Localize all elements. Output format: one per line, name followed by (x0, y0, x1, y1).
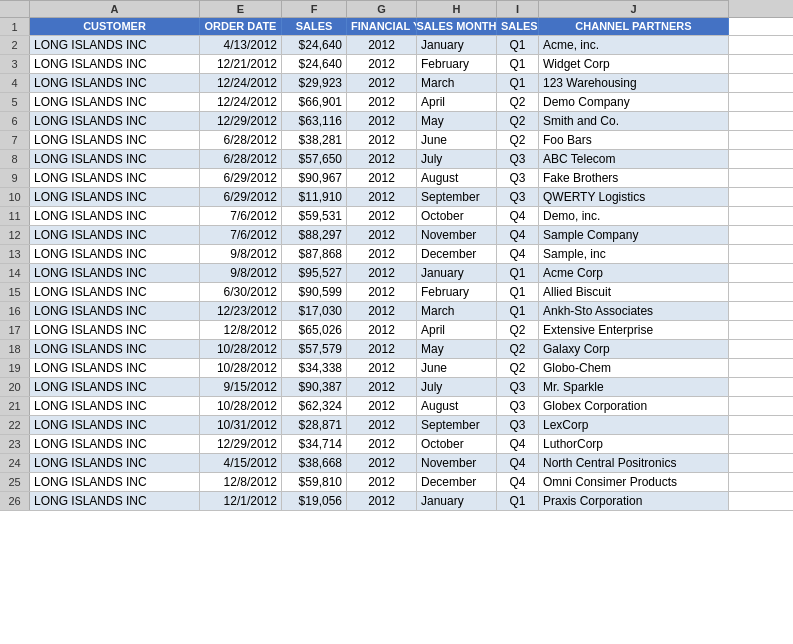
cell-sales: $87,868 (282, 245, 347, 263)
cell-sales-qtr: Q2 (497, 112, 539, 130)
row-num-19: 19 (0, 359, 30, 377)
header-sales: SALES (282, 18, 347, 35)
cell-order-date: 10/31/2012 (200, 416, 282, 434)
cell-channel-partners: Extensive Enterprise (539, 321, 729, 339)
cell-customer: LONG ISLANDS INC (30, 321, 200, 339)
cell-sales-month: March (417, 74, 497, 92)
cell-sales-month: June (417, 359, 497, 377)
cell-channel-partners: Widget Corp (539, 55, 729, 73)
cell-sales: $62,324 (282, 397, 347, 415)
cell-order-date: 9/8/2012 (200, 264, 282, 282)
cell-sales-month: April (417, 93, 497, 111)
corner-cell (0, 0, 30, 17)
cell-customer: LONG ISLANDS INC (30, 283, 200, 301)
cell-financial-year: 2012 (347, 473, 417, 491)
cell-order-date: 6/28/2012 (200, 150, 282, 168)
cell-customer: LONG ISLANDS INC (30, 454, 200, 472)
cell-sales: $66,901 (282, 93, 347, 111)
row-num-26: 26 (0, 492, 30, 510)
cell-sales-month: July (417, 378, 497, 396)
table-row: 20 LONG ISLANDS INC 9/15/2012 $90,387 20… (0, 378, 793, 397)
cell-sales-qtr: Q2 (497, 340, 539, 358)
cell-channel-partners: QWERTY Logistics (539, 188, 729, 206)
cell-channel-partners: Smith and Co. (539, 112, 729, 130)
cell-order-date: 9/8/2012 (200, 245, 282, 263)
col-letter-j: J (539, 0, 729, 17)
cell-customer: LONG ISLANDS INC (30, 340, 200, 358)
cell-sales-month: January (417, 264, 497, 282)
row-num-18: 18 (0, 340, 30, 358)
row-num-11: 11 (0, 207, 30, 225)
row-num-17: 17 (0, 321, 30, 339)
table-row: 6 LONG ISLANDS INC 12/29/2012 $63,116 20… (0, 112, 793, 131)
cell-sales-qtr: Q2 (497, 93, 539, 111)
cell-financial-year: 2012 (347, 169, 417, 187)
cell-order-date: 7/6/2012 (200, 207, 282, 225)
cell-sales: $88,297 (282, 226, 347, 244)
cell-sales-qtr: Q1 (497, 283, 539, 301)
cell-sales-qtr: Q3 (497, 150, 539, 168)
cell-sales-month: August (417, 169, 497, 187)
cell-financial-year: 2012 (347, 93, 417, 111)
cell-order-date: 12/29/2012 (200, 112, 282, 130)
cell-sales: $90,387 (282, 378, 347, 396)
cell-sales-month: September (417, 188, 497, 206)
cell-channel-partners: Demo, inc. (539, 207, 729, 225)
cell-channel-partners: Acme, inc. (539, 36, 729, 54)
cell-channel-partners: North Central Positronics (539, 454, 729, 472)
table-row: 11 LONG ISLANDS INC 7/6/2012 $59,531 201… (0, 207, 793, 226)
col-letter-h: H (417, 0, 497, 17)
row-num-10: 10 (0, 188, 30, 206)
cell-sales: $29,923 (282, 74, 347, 92)
cell-sales: $65,026 (282, 321, 347, 339)
cell-channel-partners: Mr. Sparkle (539, 378, 729, 396)
cell-channel-partners: LuthorCorp (539, 435, 729, 453)
cell-order-date: 7/6/2012 (200, 226, 282, 244)
cell-sales: $95,527 (282, 264, 347, 282)
cell-sales-qtr: Q1 (497, 55, 539, 73)
cell-channel-partners: Praxis Corporation (539, 492, 729, 510)
cell-sales: $34,338 (282, 359, 347, 377)
cell-order-date: 12/1/2012 (200, 492, 282, 510)
cell-sales: $34,714 (282, 435, 347, 453)
cell-customer: LONG ISLANDS INC (30, 397, 200, 415)
cell-sales-qtr: Q4 (497, 454, 539, 472)
table-row: 18 LONG ISLANDS INC 10/28/2012 $57,579 2… (0, 340, 793, 359)
cell-financial-year: 2012 (347, 207, 417, 225)
row-num-8: 8 (0, 150, 30, 168)
row-num-1: 1 (0, 18, 30, 35)
cell-sales: $17,030 (282, 302, 347, 320)
cell-sales-qtr: Q3 (497, 188, 539, 206)
header-sales-month: SALES MONTH (417, 18, 497, 35)
table-row: 8 LONG ISLANDS INC 6/28/2012 $57,650 201… (0, 150, 793, 169)
column-letter-headers: A E F G H I J (0, 0, 793, 18)
cell-financial-year: 2012 (347, 359, 417, 377)
cell-order-date: 6/28/2012 (200, 131, 282, 149)
col-letter-i: I (497, 0, 539, 17)
cell-financial-year: 2012 (347, 36, 417, 54)
cell-financial-year: 2012 (347, 131, 417, 149)
cell-financial-year: 2012 (347, 397, 417, 415)
table-row: 16 LONG ISLANDS INC 12/23/2012 $17,030 2… (0, 302, 793, 321)
cell-sales-qtr: Q1 (497, 74, 539, 92)
row-num-24: 24 (0, 454, 30, 472)
cell-customer: LONG ISLANDS INC (30, 188, 200, 206)
cell-customer: LONG ISLANDS INC (30, 416, 200, 434)
col-letter-f: F (282, 0, 347, 17)
cell-sales: $24,640 (282, 55, 347, 73)
cell-order-date: 12/29/2012 (200, 435, 282, 453)
table-header-row: 1 CUSTOMER ORDER DATE SALES FINANCIAL YE… (0, 18, 793, 36)
cell-channel-partners: Sample Company (539, 226, 729, 244)
cell-sales: $59,531 (282, 207, 347, 225)
cell-channel-partners: 123 Warehousing (539, 74, 729, 92)
row-num-6: 6 (0, 112, 30, 130)
cell-sales-month: December (417, 245, 497, 263)
cell-customer: LONG ISLANDS INC (30, 378, 200, 396)
cell-channel-partners: Globex Corporation (539, 397, 729, 415)
row-num-14: 14 (0, 264, 30, 282)
cell-channel-partners: Sample, inc (539, 245, 729, 263)
cell-sales-qtr: Q1 (497, 264, 539, 282)
cell-sales: $24,640 (282, 36, 347, 54)
cell-channel-partners: Fake Brothers (539, 169, 729, 187)
cell-sales: $28,871 (282, 416, 347, 434)
